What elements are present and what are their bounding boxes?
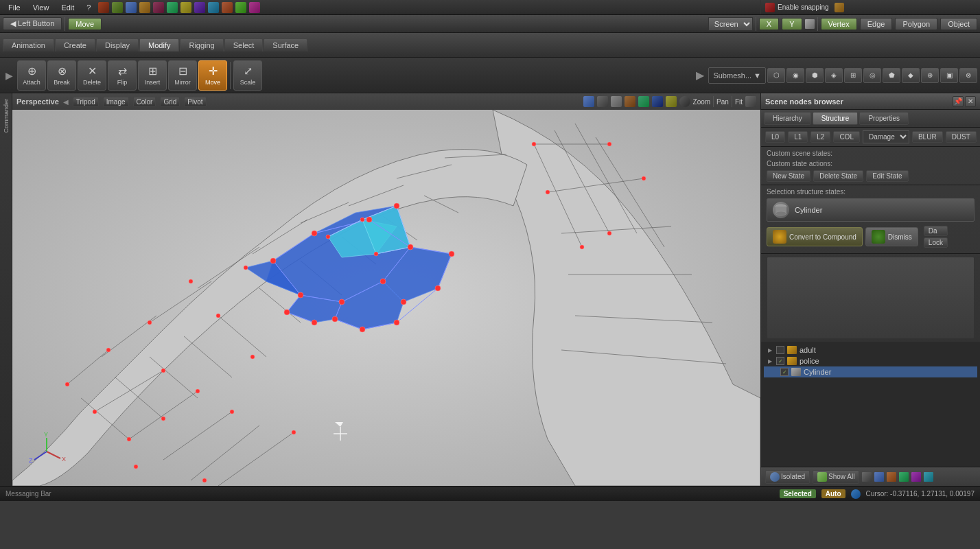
icon-settings[interactable] [208,2,219,13]
tab-properties[interactable]: Properties [859,112,909,125]
tool-insert[interactable]: ⊞ Insert [138,60,167,91]
tree-expand-adult[interactable]: ▶ [767,347,773,353]
icon-misc1[interactable] [235,2,246,13]
bottom-icon-5[interactable] [911,472,921,482]
dismiss-btn[interactable]: Dismiss [865,227,918,246]
edge-mode-btn[interactable]: Edge [860,18,893,30]
tool-break[interactable]: ⊗ Break [47,60,76,91]
menu-help[interactable]: ? [81,2,96,13]
col-btn[interactable]: COL [833,131,860,143]
vp-ctrl-7[interactable] [666,96,677,107]
viewport-3d[interactable]: Perspective ◀ Tripod Image Color Grid Pi… [12,93,760,486]
dust-btn[interactable]: DUST [946,131,977,143]
screen-mode-dropdown[interactable]: Screen World Local [708,17,753,31]
subtoolbar-expand[interactable]: ▶ [3,70,16,81]
submesh-btn-11[interactable]: ⊗ [959,68,977,83]
submesh-btn-1[interactable]: ⬡ [767,68,785,83]
bottom-icon-3[interactable] [887,472,896,482]
panel-close-btn[interactable]: ✕ [965,96,976,107]
submesh-btn-5[interactable]: ⊞ [844,68,862,83]
icon-export[interactable] [167,2,178,13]
delete-state-btn[interactable]: Delete State [813,170,863,182]
submesh-btn-3[interactable]: ⬢ [806,68,824,83]
tab-surface[interactable]: Surface [264,38,307,51]
icon-save[interactable] [139,2,150,13]
bottom-icon-2[interactable] [874,472,884,482]
icon-open[interactable] [126,2,137,13]
submesh-arrow[interactable]: ▶ [693,69,707,82]
tool-move[interactable]: ✛ Move [198,60,227,91]
object-mode-btn[interactable]: Object [940,18,977,30]
menu-file[interactable]: File [3,2,26,13]
menu-view[interactable]: View [27,2,55,13]
submesh-btn-10[interactable]: ▣ [940,68,958,83]
isolated-btn[interactable]: Isolated [765,470,810,484]
tab-modify[interactable]: Modify [139,38,179,51]
vp-image-btn[interactable]: Image [103,97,129,107]
show-all-btn[interactable]: Show All [813,470,859,484]
tree-item-cylinder[interactable]: ✓ Cylinder [764,366,977,377]
tool-delete[interactable]: ✕ Delete [78,60,106,91]
vp-ctrl-8[interactable] [679,96,690,107]
icon-import[interactable] [153,2,164,13]
tree-item-adult[interactable]: ▶ adult [764,344,977,355]
tab-structure[interactable]: Structure [813,112,859,125]
submesh-btn-4[interactable]: ◈ [825,68,843,83]
icon-redo[interactable] [112,2,123,13]
tool-scale[interactable]: ⤢ Scale [233,60,262,91]
icon-render[interactable] [194,2,205,13]
vertex-mode-btn[interactable]: Vertex [821,18,857,30]
vp-ctrl-4[interactable] [625,96,635,107]
submesh-btn-6[interactable]: ◎ [863,68,881,83]
edit-state-btn[interactable]: Edit State [866,170,908,182]
lock-btn[interactable]: Lock [924,237,948,248]
tree-expand-police[interactable]: ▶ [767,358,773,364]
tree-check-adult[interactable] [776,346,784,354]
damage-dropdown[interactable]: Damage [863,130,909,143]
blur-btn[interactable]: BLUR [912,131,943,143]
axis-y-btn[interactable]: Y [782,18,802,30]
enable-snapping-label[interactable]: Enable snapping [778,3,829,11]
bottom-icon-4[interactable] [899,472,909,482]
convert-to-compound-btn[interactable]: Convert to Compound [767,227,863,246]
lod-2-btn[interactable]: L2 [810,131,830,143]
vp-pivot-btn[interactable]: Pivot [184,97,206,107]
tree-check-cylinder[interactable]: ✓ [780,368,789,376]
tab-animation[interactable]: Animation [3,38,54,51]
snapping-icon2[interactable] [835,3,844,12]
tree-check-police[interactable]: ✓ [776,357,784,365]
icon-undo[interactable] [98,2,109,13]
vp-ctrl-6[interactable] [652,96,663,107]
icon-misc2[interactable] [249,2,260,13]
tool-mirror[interactable]: ⊟ Mirror [168,60,197,91]
vp-ctrl-5[interactable] [638,96,649,107]
submesh-btn-7[interactable]: ⬟ [883,68,900,83]
lod-1-btn[interactable]: L1 [788,131,808,143]
vp-color-btn[interactable]: Color [133,97,156,107]
vp-ctrl-end[interactable] [745,96,756,107]
left-button-mode[interactable]: ◀ Left Button [3,17,62,30]
panel-pin-btn[interactable]: 📌 [953,96,964,107]
polygon-mode-btn[interactable]: Polygon [895,18,937,30]
bottom-icon-6[interactable] [924,472,933,482]
da-btn[interactable]: Da [924,226,948,236]
icon-tools[interactable] [222,2,233,13]
submesh-btn-8[interactable]: ◆ [902,68,920,83]
new-state-btn[interactable]: New State [767,170,810,182]
vp-ctrl-3[interactable] [611,96,622,107]
axis-x-btn[interactable]: X [759,18,779,30]
bottom-icon-1[interactable] [862,472,872,482]
viewport-arrow[interactable]: ◀ [63,98,69,106]
mesh-scene[interactable]: X Y Z [12,110,760,486]
tab-select[interactable]: Select [224,38,264,51]
tab-display[interactable]: Display [96,38,139,51]
tool-attach[interactable]: ⊕ Attach [17,60,46,91]
tab-create[interactable]: Create [55,38,95,51]
scene-tree[interactable]: ▶ adult ▶ ✓ police ✓ Cylinder [761,342,980,467]
tab-hierarchy[interactable]: Hierarchy [764,112,811,125]
vp-grid-btn[interactable]: Grid [160,97,180,107]
vp-ctrl-2[interactable] [597,96,608,107]
submesh-btn-9[interactable]: ⊕ [921,68,939,83]
submesh-dropdown[interactable]: Submesh... ▼ [708,67,766,84]
menu-edit[interactable]: Edit [56,2,80,13]
